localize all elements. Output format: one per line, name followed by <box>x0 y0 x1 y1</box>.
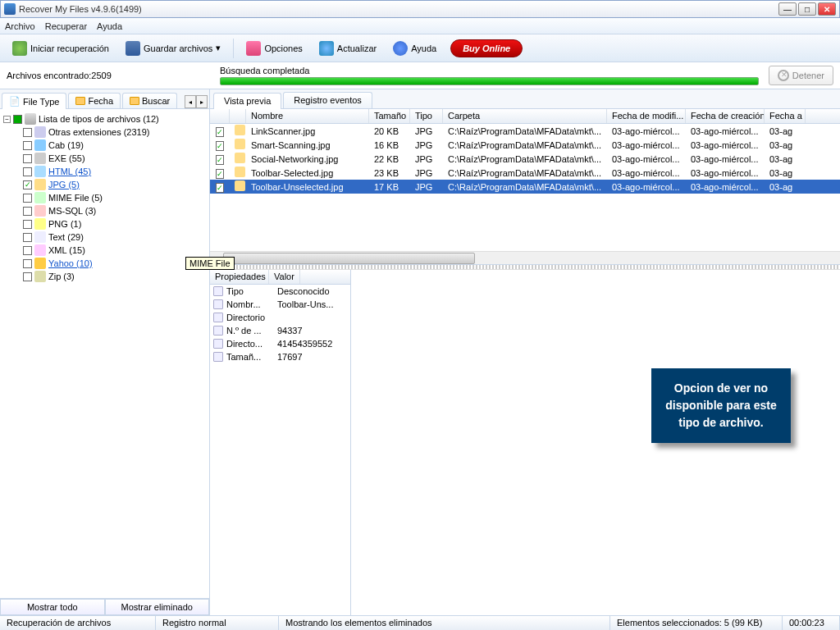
checkbox[interactable] <box>23 220 32 229</box>
col-modificacion[interactable]: Fecha de modifi... <box>607 109 686 123</box>
checkbox[interactable]: ✓ <box>216 155 224 165</box>
checkbox[interactable] <box>23 167 32 176</box>
cell-tamano: 20 KB <box>369 126 410 137</box>
tree-item[interactable]: MIME File (5) <box>2 191 208 204</box>
property-row[interactable]: TipoDesconocido <box>210 285 350 298</box>
tree-root[interactable]: − Lista de tipos de archivos (12) <box>2 112 208 126</box>
tab-buscar[interactable]: Buscar <box>122 93 177 108</box>
collapse-icon[interactable]: − <box>3 116 11 123</box>
filetype-icon <box>34 153 46 164</box>
cell-tamano: 22 KB <box>369 153 410 165</box>
checkbox[interactable] <box>23 207 32 216</box>
update-button[interactable]: Actualizar <box>312 38 384 59</box>
cell-tipo: JPG <box>410 126 443 137</box>
checkbox[interactable] <box>23 233 32 242</box>
tree-item[interactable]: EXE (55) <box>2 152 208 165</box>
col-creacion[interactable]: Fecha de creación <box>686 109 765 123</box>
tree-item[interactable]: Yahoo (10) <box>2 257 208 270</box>
tree-label: Text (29) <box>48 232 84 242</box>
table-row[interactable]: ✓LinkScanner.jpg20 KBJPGC:\Raíz\ProgramD… <box>210 124 840 138</box>
toolbar: Iniciar recuperación Guardar archivos ▾ … <box>0 34 840 62</box>
tree-item[interactable]: Zip (3) <box>2 270 208 283</box>
file-type-tree[interactable]: − Lista de tipos de archivos (12) Otras … <box>0 109 209 598</box>
table-row[interactable]: ✓Toolbar-Selected.jpg23 KBJPGC:\Raíz\Pro… <box>210 166 840 180</box>
maximize-button[interactable]: □ <box>798 2 816 16</box>
help-button[interactable]: Ayuda <box>386 38 444 59</box>
col-check[interactable] <box>210 109 230 123</box>
tab-prev-button[interactable]: ◂ <box>185 95 196 108</box>
checkbox[interactable] <box>23 194 32 203</box>
stop-button[interactable]: Detener <box>769 66 833 85</box>
tab-file-type[interactable]: 📄File Type <box>2 93 66 109</box>
tree-item[interactable]: ✓JPG (5) <box>2 178 208 191</box>
col-icon[interactable] <box>230 109 246 123</box>
checkbox[interactable] <box>23 154 32 163</box>
property-row[interactable]: Nombr...Toolbar-Uns... <box>210 298 350 311</box>
col-nombre[interactable]: Nombre <box>246 109 369 123</box>
table-header: Nombre Tamaño Tipo Carpeta Fecha de modi… <box>210 109 840 124</box>
tab-next-button[interactable]: ▸ <box>196 95 208 108</box>
show-deleted-button[interactable]: Mostrar eliminado <box>105 599 210 615</box>
props-header-key[interactable]: Propiedades <box>210 270 269 284</box>
table-row[interactable]: ✓Smart-Scanning.jpg16 KBJPGC:\Raíz\Progr… <box>210 138 840 152</box>
folder-icon <box>75 97 85 105</box>
property-value: Toolbar-Uns... <box>277 299 333 309</box>
tree-item[interactable]: Cab (19) <box>2 139 208 152</box>
cell-nombre: LinkScanner.jpg <box>246 126 369 137</box>
save-icon <box>126 41 140 56</box>
minimize-button[interactable]: — <box>778 2 797 16</box>
checkbox[interactable] <box>23 128 32 137</box>
checkbox[interactable] <box>13 115 22 124</box>
status-time: 00:00:23 <box>783 616 840 630</box>
folder-icon <box>130 97 139 105</box>
menu-ayuda[interactable]: Ayuda <box>97 21 122 31</box>
checkbox[interactable] <box>23 272 32 281</box>
start-recovery-button[interactable]: Iniciar recuperación <box>5 38 116 59</box>
col-tamano[interactable]: Tamaño <box>369 109 410 123</box>
filetype-icon <box>34 139 46 151</box>
property-row[interactable]: Tamañ...17697 <box>210 350 350 363</box>
tab-fecha[interactable]: Fecha <box>68 93 121 108</box>
col-tipo[interactable]: Tipo <box>410 109 443 123</box>
cell-mod: 03-ago-miércol... <box>607 139 686 151</box>
close-button[interactable]: ✕ <box>818 2 836 16</box>
checkbox[interactable] <box>23 259 32 268</box>
buy-online-button[interactable]: Buy Online <box>450 39 523 57</box>
show-all-button[interactable]: Mostrar todo <box>0 599 105 615</box>
tab-registro-eventos[interactable]: Registro eventos <box>283 92 372 108</box>
col-acceso[interactable]: Fecha a <box>765 109 806 123</box>
save-files-button[interactable]: Guardar archivos ▾ <box>118 38 228 59</box>
cell-mod: 03-ago-miércol... <box>607 181 686 193</box>
menu-recuperar[interactable]: Recuperar <box>45 21 87 31</box>
scrollbar-thumb[interactable] <box>223 253 475 264</box>
tab-vista-previa[interactable]: Vista previa <box>213 93 281 109</box>
tree-item[interactable]: XML (15) <box>2 244 208 257</box>
tree-item[interactable]: PNG (1) <box>2 217 208 231</box>
property-icon <box>213 352 223 362</box>
props-header-value[interactable]: Valor <box>269 270 300 284</box>
checkbox[interactable] <box>23 141 32 150</box>
tree-item[interactable]: MS-SQL (3) <box>2 204 208 217</box>
horizontal-scrollbar[interactable] <box>210 251 840 264</box>
property-row[interactable]: Directorio <box>210 311 350 324</box>
col-carpeta[interactable]: Carpeta <box>443 109 607 123</box>
checkbox[interactable]: ✓ <box>23 180 32 189</box>
checkbox[interactable]: ✓ <box>216 141 224 151</box>
tree-item[interactable]: Otras extensiones (2319) <box>2 126 208 139</box>
cell-crea: 03-ago-miércol... <box>686 126 765 137</box>
table-row[interactable]: ✓Social-Networking.jpg22 KBJPGC:\Raíz\Pr… <box>210 152 840 166</box>
tree-item[interactable]: HTML (45) <box>2 165 208 178</box>
jpg-icon <box>235 167 245 177</box>
property-icon <box>213 339 223 349</box>
property-row[interactable]: Directo...41454359552 <box>210 337 350 350</box>
menu-archivo[interactable]: Archivo <box>5 21 35 31</box>
checkbox[interactable] <box>23 246 32 255</box>
table-row[interactable]: ✓Toolbar-Unselected.jpg17 KBJPGC:\Raíz\P… <box>210 180 840 194</box>
tree-item[interactable]: Text (29) <box>2 231 208 244</box>
checkbox[interactable]: ✓ <box>216 127 224 137</box>
property-row[interactable]: N.º de ...94337 <box>210 324 350 337</box>
checkbox[interactable]: ✓ <box>216 169 224 179</box>
cell-acc: 03-ag <box>765 153 806 165</box>
options-button[interactable]: Opciones <box>239 38 309 59</box>
checkbox[interactable]: ✓ <box>216 183 224 193</box>
